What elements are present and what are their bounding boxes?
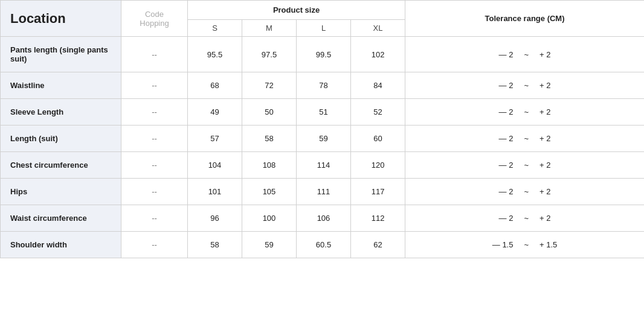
size-s-cell: 57: [188, 126, 242, 152]
tolerance-minus: — 2: [499, 107, 514, 116]
tolerance-cell: — 2 ~ + 2: [405, 126, 644, 152]
tolerance-tilde: ~: [524, 50, 529, 59]
size-l-cell: 111: [297, 179, 351, 205]
size-s-cell: 95.5: [188, 37, 242, 72]
size-xl-cell: 52: [351, 99, 405, 126]
tolerance-header: Tolerance range (CM): [405, 1, 644, 37]
size-xl-cell: 84: [351, 72, 405, 99]
size-xl-cell: 120: [351, 152, 405, 179]
table-row: Shoulder width--585960.562 — 1.5 ~ + 1.5: [1, 232, 645, 258]
size-l-cell: 78: [297, 72, 351, 99]
product-size-header: Product size: [188, 1, 405, 20]
size-m-header: M: [242, 20, 297, 37]
size-m-cell: 100: [242, 205, 297, 232]
table-row: Sleeve Length--49505152 — 2 ~ + 2: [1, 99, 645, 126]
table-row: Pants length (single pants suit)--95.597…: [1, 37, 645, 72]
tolerance-cell: — 1.5 ~ + 1.5: [405, 232, 644, 258]
tolerance-minus: — 2: [499, 214, 514, 223]
table-row: Hips--101105111117 — 2 ~ + 2: [1, 179, 645, 205]
table-header-row-top: Location Code Hopping Product size Toler…: [1, 1, 645, 20]
size-chart-wrapper: Location Code Hopping Product size Toler…: [0, 0, 644, 258]
size-xl-header: XL: [351, 20, 405, 37]
table-row: Chest circumference--104108114120 — 2 ~ …: [1, 152, 645, 179]
tolerance-plus: + 2: [539, 134, 550, 143]
table-body: Pants length (single pants suit)--95.597…: [1, 37, 645, 258]
size-l-cell: 106: [297, 205, 351, 232]
size-l-cell: 59: [297, 126, 351, 152]
size-s-cell: 96: [188, 205, 242, 232]
code-cell: --: [121, 152, 188, 179]
size-l-cell: 51: [297, 99, 351, 126]
size-xl-cell: 62: [351, 232, 405, 258]
table-row: Length (suit)--57585960 — 2 ~ + 2: [1, 126, 645, 152]
tolerance-minus: — 2: [499, 187, 514, 196]
tolerance-cell: — 2 ~ + 2: [405, 72, 644, 99]
tolerance-cell: — 2 ~ + 2: [405, 179, 644, 205]
size-m-cell: 58: [242, 126, 297, 152]
size-m-cell: 72: [242, 72, 297, 99]
tolerance-cell: — 2 ~ + 2: [405, 205, 644, 232]
location-header: Location: [1, 1, 121, 37]
tolerance-tilde: ~: [524, 161, 529, 170]
tolerance-cell: — 2 ~ + 2: [405, 99, 644, 126]
size-s-cell: 58: [188, 232, 242, 258]
location-cell: Length (suit): [1, 126, 121, 152]
code-cell: --: [121, 37, 188, 72]
size-s-header: S: [188, 20, 242, 37]
table-row: Waist circumference--96100106112 — 2 ~ +…: [1, 205, 645, 232]
size-xl-cell: 112: [351, 205, 405, 232]
size-s-cell: 101: [188, 179, 242, 205]
tolerance-plus: + 2: [539, 187, 550, 196]
tolerance-tilde: ~: [524, 187, 529, 196]
size-m-cell: 108: [242, 152, 297, 179]
tolerance-tilde: ~: [524, 81, 529, 90]
code-cell: --: [121, 99, 188, 126]
size-chart-table: Location Code Hopping Product size Toler…: [0, 0, 644, 258]
tolerance-plus: + 2: [539, 107, 550, 116]
size-l-cell: 60.5: [297, 232, 351, 258]
tolerance-cell: — 2 ~ + 2: [405, 152, 644, 179]
tolerance-tilde: ~: [524, 107, 529, 116]
size-l-header: L: [297, 20, 351, 37]
size-m-cell: 50: [242, 99, 297, 126]
tolerance-plus: + 2: [539, 161, 550, 170]
tolerance-cell: — 2 ~ + 2: [405, 37, 644, 72]
tolerance-plus: + 2: [539, 50, 550, 59]
location-cell: Sleeve Length: [1, 99, 121, 126]
tolerance-tilde: ~: [524, 214, 529, 223]
tolerance-minus: — 1.5: [492, 240, 514, 249]
tolerance-minus: — 2: [499, 81, 514, 90]
size-s-cell: 68: [188, 72, 242, 99]
size-xl-cell: 117: [351, 179, 405, 205]
size-xl-cell: 60: [351, 126, 405, 152]
location-cell: Waistline: [1, 72, 121, 99]
tolerance-minus: — 2: [499, 50, 514, 59]
location-cell: Pants length (single pants suit): [1, 37, 121, 72]
tolerance-plus: + 1.5: [539, 240, 557, 249]
size-xl-cell: 102: [351, 37, 405, 72]
code-cell: --: [121, 72, 188, 99]
code-cell: --: [121, 205, 188, 232]
tolerance-plus: + 2: [539, 81, 550, 90]
tolerance-minus: — 2: [499, 134, 514, 143]
size-m-cell: 59: [242, 232, 297, 258]
size-m-cell: 105: [242, 179, 297, 205]
location-cell: Hips: [1, 179, 121, 205]
size-m-cell: 97.5: [242, 37, 297, 72]
size-l-cell: 99.5: [297, 37, 351, 72]
size-s-cell: 49: [188, 99, 242, 126]
table-row: Waistline--68727884 — 2 ~ + 2: [1, 72, 645, 99]
size-l-cell: 114: [297, 152, 351, 179]
size-s-cell: 104: [188, 152, 242, 179]
tolerance-tilde: ~: [524, 240, 529, 249]
code-cell: --: [121, 179, 188, 205]
location-cell: Shoulder width: [1, 232, 121, 258]
location-cell: Chest circumference: [1, 152, 121, 179]
tolerance-tilde: ~: [524, 134, 529, 143]
location-cell: Waist circumference: [1, 205, 121, 232]
code-cell: --: [121, 126, 188, 152]
code-cell: --: [121, 232, 188, 258]
tolerance-plus: + 2: [539, 214, 550, 223]
code-hopping-header: Code Hopping: [121, 1, 188, 37]
tolerance-minus: — 2: [499, 161, 514, 170]
